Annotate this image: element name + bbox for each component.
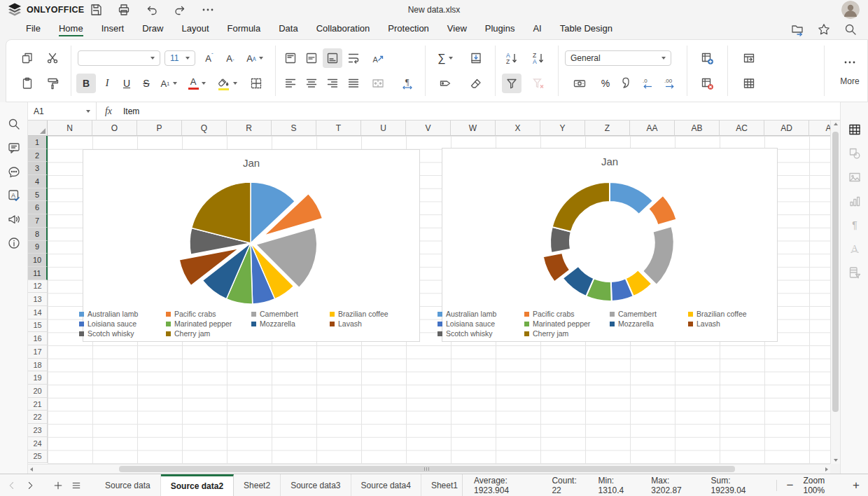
feedback-icon[interactable] xyxy=(6,212,22,227)
row-header-11[interactable]: 11 xyxy=(28,267,48,280)
align-middle-button[interactable] xyxy=(302,48,321,68)
row-header-22[interactable]: 22 xyxy=(28,411,48,424)
pie-chart[interactable]: Jan Australian lambPacific crabsCamember… xyxy=(83,149,420,342)
save-icon[interactable] xyxy=(88,2,104,18)
vertical-scrollbar[interactable] xyxy=(830,120,840,464)
column-header-X[interactable]: X xyxy=(496,120,540,136)
italic-button[interactable]: I xyxy=(97,74,117,93)
redo-icon[interactable] xyxy=(172,2,188,18)
sort-za-button[interactable]: ZA xyxy=(528,48,548,68)
column-header-O[interactable]: O xyxy=(92,120,137,136)
column-header-Y[interactable]: Y xyxy=(540,120,585,136)
strikethrough-button[interactable]: S xyxy=(136,74,156,93)
sort-az-button[interactable]: AZ xyxy=(502,48,522,68)
row-header-9[interactable]: 9 xyxy=(28,241,48,254)
comma-style-button[interactable] xyxy=(617,74,636,93)
align-center-button[interactable] xyxy=(302,74,321,93)
paragraph-settings-icon[interactable]: ¶ xyxy=(847,217,862,233)
cell-settings-icon[interactable] xyxy=(847,122,862,137)
increase-decimal-button[interactable]: .00 xyxy=(660,74,680,93)
row-header-6[interactable]: 6 xyxy=(28,201,48,214)
menu-tab-ai[interactable]: AI xyxy=(524,20,550,39)
conditional-formatting-button[interactable] xyxy=(736,48,762,68)
text-orientation-button[interactable]: A xyxy=(365,48,391,68)
format-as-table-button[interactable] xyxy=(736,74,762,93)
open-file-location-icon[interactable] xyxy=(790,22,805,37)
justify-button[interactable] xyxy=(344,74,363,93)
scroll-down-icon[interactable] xyxy=(834,459,838,462)
underline-button[interactable]: U xyxy=(117,74,136,93)
more-horizontal-icon[interactable] xyxy=(200,2,216,18)
number-format-combo[interactable]: General xyxy=(565,50,671,66)
paste-button[interactable] xyxy=(18,74,37,93)
row-header-4[interactable]: 4 xyxy=(28,175,48,188)
avatar[interactable] xyxy=(841,1,860,19)
formula-input[interactable]: Item xyxy=(120,106,850,116)
menu-tab-collaboration[interactable]: Collaboration xyxy=(307,20,379,39)
sheet-list-icon[interactable] xyxy=(67,474,85,496)
column-header-N[interactable]: N xyxy=(48,120,92,136)
menu-tab-insert[interactable]: Insert xyxy=(92,20,134,39)
filter-button[interactable] xyxy=(502,74,522,93)
menu-tab-home[interactable]: Home xyxy=(50,20,92,39)
decrease-font-button[interactable]: Aˇ xyxy=(220,48,240,68)
row-header-16[interactable]: 16 xyxy=(28,332,48,345)
merge-cells-button[interactable] xyxy=(365,74,391,93)
vertical-scroll-thumb[interactable] xyxy=(832,132,839,412)
wrap-text-button[interactable] xyxy=(344,48,363,68)
row-header-1[interactable]: 1 xyxy=(28,136,48,149)
textart-settings-icon[interactable]: A xyxy=(847,241,862,256)
row-header-23[interactable]: 23 xyxy=(28,424,48,437)
font-name-combo[interactable] xyxy=(78,50,160,66)
row-header-21[interactable]: 21 xyxy=(28,398,48,411)
font-size-combo[interactable]: 11 xyxy=(164,50,195,66)
row-header-18[interactable]: 18 xyxy=(28,359,48,372)
scroll-up-icon[interactable] xyxy=(834,123,838,125)
menu-tab-plugins[interactable]: Plugins xyxy=(476,20,524,39)
spreadsheet-grid[interactable]: NOPQRSTUVWXYZAAABACADAE 1234567891011121… xyxy=(28,120,830,464)
fill-color-button[interactable] xyxy=(214,74,240,93)
row-header-15[interactable]: 15 xyxy=(28,319,48,333)
column-header-T[interactable]: T xyxy=(316,120,361,136)
column-header-AD[interactable]: AD xyxy=(764,120,809,136)
sheet-tab-sheet1[interactable]: Sheet1 xyxy=(421,474,468,496)
zoom-in-icon[interactable]: + xyxy=(853,479,860,491)
row-header-8[interactable]: 8 xyxy=(28,228,48,241)
row-header-2[interactable]: 2 xyxy=(28,149,48,163)
column-header-AE[interactable]: AE xyxy=(809,120,830,136)
zoom-out-icon[interactable]: − xyxy=(787,479,794,491)
print-icon[interactable] xyxy=(116,2,132,18)
doughnut-chart[interactable]: Jan Australian lambPacific crabsCamember… xyxy=(442,148,778,342)
menu-tab-data[interactable]: Data xyxy=(270,20,307,39)
row-header-14[interactable]: 14 xyxy=(28,306,48,319)
cut-button[interactable] xyxy=(43,48,62,68)
shape-settings-icon[interactable] xyxy=(847,146,862,161)
delete-cells-button[interactable] xyxy=(694,74,720,93)
row-header-13[interactable]: 13 xyxy=(28,293,48,306)
column-header-W[interactable]: W xyxy=(451,120,496,136)
insert-cells-button[interactable] xyxy=(694,48,720,68)
column-header-U[interactable]: U xyxy=(361,120,406,136)
subscript-superscript-button[interactable]: A1 xyxy=(156,74,181,93)
search-icon[interactable] xyxy=(6,116,22,132)
scroll-left-icon[interactable] xyxy=(30,467,33,471)
row-header-17[interactable]: 17 xyxy=(28,345,48,359)
font-color-button[interactable]: A xyxy=(184,74,209,93)
named-ranges-button[interactable] xyxy=(432,74,458,93)
menu-tab-formula[interactable]: Formula xyxy=(218,20,270,39)
chat-icon[interactable] xyxy=(6,164,22,179)
prev-sheet-icon[interactable] xyxy=(3,474,21,496)
search-icon[interactable] xyxy=(843,22,858,37)
cell-name-box[interactable]: A1 xyxy=(28,102,97,120)
chart-settings-icon[interactable] xyxy=(847,193,862,209)
menu-tab-file[interactable]: File xyxy=(17,20,50,39)
row-header-3[interactable]: 3 xyxy=(28,162,48,175)
summation-button[interactable]: ∑ xyxy=(432,48,458,68)
format-painter-button[interactable] xyxy=(43,74,62,93)
clear-filter-button[interactable] xyxy=(528,74,548,93)
row-header-24[interactable]: 24 xyxy=(28,437,48,450)
add-sheet-icon[interactable] xyxy=(49,474,67,496)
slicer-settings-icon[interactable] xyxy=(847,265,862,280)
more-button[interactable]: More xyxy=(831,40,868,102)
column-header-V[interactable]: V xyxy=(406,120,451,136)
